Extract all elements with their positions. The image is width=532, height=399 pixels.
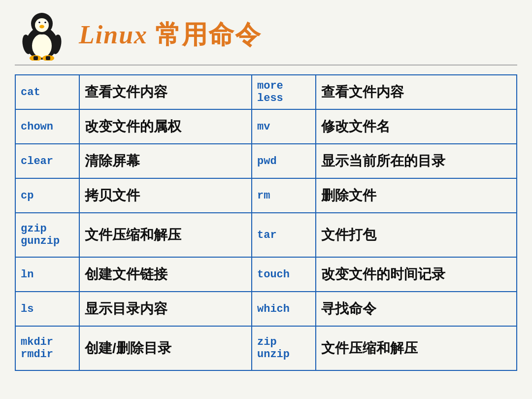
svg-point-8 bbox=[39, 25, 44, 29]
description-right: 寻找命令 bbox=[316, 292, 517, 326]
command-left: mkdir rmdir bbox=[15, 326, 79, 370]
command-left: cat bbox=[15, 75, 79, 109]
table-row: ln创建文件链接touch改变文件的时间记录 bbox=[15, 257, 517, 292]
table-row: mkdir rmdir创建/删除目录zip unzip文件压缩和解压 bbox=[15, 326, 517, 370]
command-right: more less bbox=[252, 75, 316, 109]
command-left: ls bbox=[15, 292, 79, 326]
description-left: 拷贝文件 bbox=[79, 178, 252, 213]
description-left: 显示目录内容 bbox=[79, 292, 252, 326]
description-right: 查看文件内容 bbox=[316, 75, 517, 109]
description-left: 清除屏幕 bbox=[79, 144, 252, 178]
description-left: 查看文件内容 bbox=[79, 75, 252, 109]
svg-point-1 bbox=[32, 34, 52, 58]
command-right: which bbox=[252, 292, 316, 326]
svg-rect-13 bbox=[33, 56, 38, 60]
command-left: gzip gunzip bbox=[15, 213, 79, 257]
command-right: zip unzip bbox=[252, 326, 316, 370]
tux-icon bbox=[15, 9, 69, 61]
command-left: cp bbox=[15, 178, 79, 213]
command-right: pwd bbox=[252, 144, 316, 178]
command-right: tar bbox=[252, 213, 316, 257]
command-left: chown bbox=[15, 109, 79, 144]
svg-point-6 bbox=[38, 22, 40, 24]
table-row: cp拷贝文件rm删除文件 bbox=[15, 178, 517, 213]
svg-point-7 bbox=[44, 22, 46, 24]
description-right: 显示当前所在的目录 bbox=[316, 144, 517, 178]
command-left: ln bbox=[15, 257, 79, 292]
description-right: 修改文件名 bbox=[316, 109, 517, 144]
description-right: 改变文件的时间记录 bbox=[316, 257, 517, 292]
table-row: cat查看文件内容more less查看文件内容 bbox=[15, 75, 517, 109]
description-left: 创建/删除目录 bbox=[79, 326, 252, 370]
description-left: 文件压缩和解压 bbox=[79, 213, 252, 257]
description-right: 删除文件 bbox=[316, 178, 517, 213]
page-title: Linux 常用命令 bbox=[79, 18, 262, 52]
description-left: 创建文件链接 bbox=[79, 257, 252, 292]
command-left: clear bbox=[15, 144, 79, 178]
table-row: ls显示目录内容which寻找命令 bbox=[15, 292, 517, 326]
svg-rect-14 bbox=[46, 56, 50, 60]
command-right: mv bbox=[252, 109, 316, 144]
table-row: gzip gunzip文件压缩和解压tar文件打包 bbox=[15, 213, 517, 257]
description-left: 改变文件的属权 bbox=[79, 109, 252, 144]
table-row: clear清除屏幕pwd显示当前所在的目录 bbox=[15, 144, 517, 178]
page-header: Linux 常用命令 bbox=[15, 9, 517, 66]
description-right: 文件压缩和解压 bbox=[316, 326, 517, 370]
commands-table: cat查看文件内容more less查看文件内容chown改变文件的属权mv修改… bbox=[15, 74, 517, 371]
command-right: rm bbox=[252, 178, 316, 213]
table-row: chown改变文件的属权mv修改文件名 bbox=[15, 109, 517, 144]
description-right: 文件打包 bbox=[316, 213, 517, 257]
command-right: touch bbox=[252, 257, 316, 292]
